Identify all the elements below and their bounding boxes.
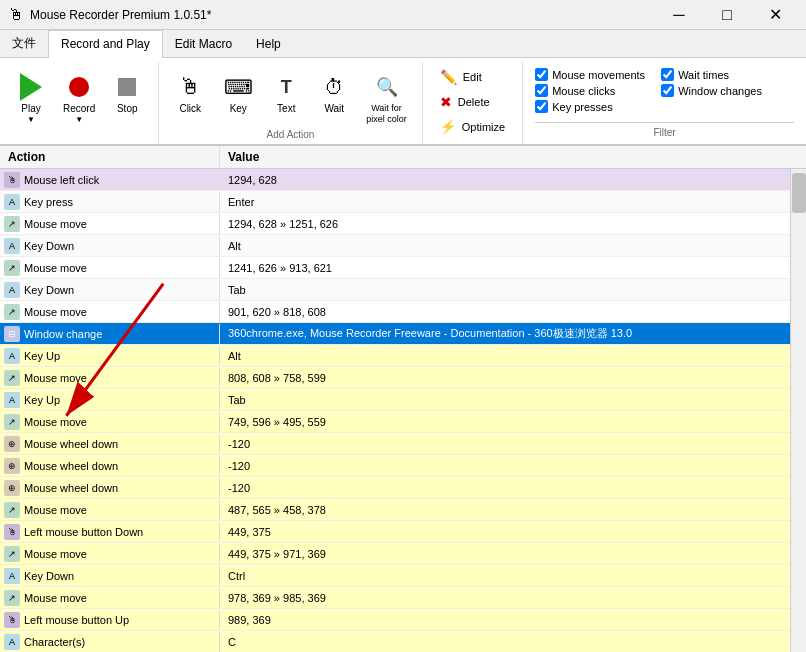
- cell-action: ↗ Mouse move: [0, 588, 220, 608]
- action-label: Mouse move: [24, 372, 87, 384]
- row-type-icon: A: [4, 568, 20, 584]
- scrollbar-track[interactable]: [790, 169, 806, 652]
- cell-action: A Key Down: [0, 566, 220, 586]
- table-row[interactable]: ↗ Mouse move 1241, 626 » 913, 621: [0, 257, 790, 279]
- cell-action: 🖱 Left mouse button Up: [0, 610, 220, 630]
- filter-mouse-movements-checkbox[interactable]: [535, 68, 548, 81]
- row-type-icon: 🖱: [4, 172, 20, 188]
- text-icon: T: [270, 71, 302, 103]
- action-label: Window change: [24, 328, 102, 340]
- main-content: Action Value 🖱 Mouse left click 1294, 62…: [0, 146, 806, 626]
- cell-value: 749, 596 » 495, 559: [220, 414, 790, 430]
- click-icon: 🖱: [174, 71, 206, 103]
- row-type-icon: ↗: [4, 304, 20, 320]
- table-row[interactable]: A Key Down Alt: [0, 235, 790, 257]
- menu-edit-macro[interactable]: Edit Macro: [163, 30, 244, 58]
- scrollbar-thumb[interactable]: [792, 173, 806, 213]
- filter-key-presses-checkbox[interactable]: [535, 100, 548, 113]
- cell-action: ↗ Mouse move: [0, 302, 220, 322]
- click-button[interactable]: 🖱 Click: [167, 66, 213, 120]
- table-row[interactable]: ⊕ Mouse wheel down -120: [0, 455, 790, 477]
- stop-button[interactable]: Stop: [104, 66, 150, 120]
- table-row[interactable]: ⊟ Window change 360chrome.exe, Mouse Rec…: [0, 323, 790, 345]
- minimize-button[interactable]: ─: [656, 0, 702, 30]
- close-button[interactable]: ✕: [752, 0, 798, 30]
- titlebar-controls: ─ □ ✕: [656, 0, 798, 30]
- edit-button[interactable]: ✏️ Edit: [431, 66, 514, 88]
- key-button[interactable]: ⌨ Key: [215, 66, 261, 120]
- table-row[interactable]: ↗ Mouse move 1294, 628 » 1251, 626: [0, 213, 790, 235]
- action-label: Mouse wheel down: [24, 482, 118, 494]
- table-row[interactable]: A Key press Enter: [0, 191, 790, 213]
- table-row[interactable]: A Key Up Tab: [0, 389, 790, 411]
- action-label: Key Up: [24, 350, 60, 362]
- menu-help[interactable]: Help: [244, 30, 293, 58]
- menu-record-play[interactable]: Record and Play: [48, 30, 163, 58]
- table-row[interactable]: ⊕ Mouse wheel down -120: [0, 433, 790, 455]
- row-type-icon: A: [4, 238, 20, 254]
- wait-pixel-button[interactable]: 🔍 Wait forpixel color: [359, 66, 414, 130]
- filter-window-changes-checkbox[interactable]: [661, 84, 674, 97]
- delete-button[interactable]: ✖ Delete: [431, 91, 514, 113]
- cell-action: A Key Down: [0, 280, 220, 300]
- table-row[interactable]: ↗ Mouse move 808, 608 » 758, 599: [0, 367, 790, 389]
- table-row[interactable]: A Key Down Ctrl: [0, 565, 790, 587]
- row-type-icon: ↗: [4, 590, 20, 606]
- table-row[interactable]: ↗ Mouse move 487, 565 » 458, 378: [0, 499, 790, 521]
- cell-value: C: [220, 634, 790, 650]
- titlebar-left: 🖱 Mouse Recorder Premium 1.0.51*: [8, 6, 211, 24]
- action-label: Left mouse button Down: [24, 526, 143, 538]
- filter-col-right: Wait times Window changes: [661, 68, 762, 113]
- record-button[interactable]: Record ▼: [56, 66, 102, 129]
- table-row[interactable]: ↗ Mouse move 901, 620 » 818, 608: [0, 301, 790, 323]
- row-type-icon: 🖱: [4, 524, 20, 540]
- action-label: Key Down: [24, 570, 74, 582]
- record-dropdown: ▼: [75, 115, 83, 124]
- filter-mouse-clicks-checkbox[interactable]: [535, 84, 548, 97]
- row-type-icon: ↗: [4, 546, 20, 562]
- table-row[interactable]: ⊕ Mouse wheel down -120: [0, 477, 790, 499]
- cell-value: 449, 375: [220, 524, 790, 540]
- row-type-icon: ⊕: [4, 458, 20, 474]
- table-row[interactable]: A Key Up Alt: [0, 345, 790, 367]
- column-header-action: Action: [0, 146, 220, 168]
- row-type-icon: A: [4, 634, 20, 650]
- play-icon: [15, 71, 47, 103]
- table-row[interactable]: ↗ Mouse move 749, 596 » 495, 559: [0, 411, 790, 433]
- row-type-icon: A: [4, 282, 20, 298]
- cell-action: A Character(s): [0, 632, 220, 652]
- filter-col-left: Mouse movements Mouse clicks Key presses: [535, 68, 645, 113]
- action-label: Mouse move: [24, 416, 87, 428]
- cell-action: ↗ Mouse move: [0, 258, 220, 278]
- row-type-icon: ↗: [4, 414, 20, 430]
- optimize-button[interactable]: ⚡ Optimize: [431, 116, 514, 137]
- filter-wait-times-checkbox[interactable]: [661, 68, 674, 81]
- action-label: Mouse move: [24, 504, 87, 516]
- table-row[interactable]: 🖱 Mouse left click 1294, 628: [0, 169, 790, 191]
- ribbon-play-section: Play ▼ Record ▼ Stop: [0, 62, 159, 144]
- cell-value: -120: [220, 458, 790, 474]
- cell-value: -120: [220, 436, 790, 452]
- filter-window-changes-label: Window changes: [678, 85, 762, 97]
- ribbon-filter-section: Mouse movements Mouse clicks Key presses…: [523, 62, 806, 144]
- text-button[interactable]: T Text: [263, 66, 309, 120]
- cell-action: 🖱 Mouse left click: [0, 170, 220, 190]
- table-row[interactable]: 🖱 Left mouse button Down 449, 375: [0, 521, 790, 543]
- cell-value: 901, 620 » 818, 608: [220, 304, 790, 320]
- table-row[interactable]: ↗ Mouse move 449, 375 » 971, 369: [0, 543, 790, 565]
- wait-button[interactable]: ⏱ Wait: [311, 66, 357, 120]
- table-row[interactable]: ↗ Mouse move 978, 369 » 985, 369: [0, 587, 790, 609]
- cell-action: ↗ Mouse move: [0, 412, 220, 432]
- cell-action: ⊕ Mouse wheel down: [0, 478, 220, 498]
- table-row[interactable]: A Character(s) C: [0, 631, 790, 652]
- table-body: 🖱 Mouse left click 1294, 628 A Key press…: [0, 169, 790, 652]
- table-row[interactable]: A Key Down Tab: [0, 279, 790, 301]
- cell-value: 1241, 626 » 913, 621: [220, 260, 790, 276]
- cell-value: 989, 369: [220, 612, 790, 628]
- play-button[interactable]: Play ▼: [8, 66, 54, 129]
- table-row[interactable]: 🖱 Left mouse button Up 989, 369: [0, 609, 790, 631]
- cell-action: ↗ Mouse move: [0, 368, 220, 388]
- cell-value: 1294, 628 » 1251, 626: [220, 216, 790, 232]
- menu-file[interactable]: 文件: [0, 30, 48, 58]
- maximize-button[interactable]: □: [704, 0, 750, 30]
